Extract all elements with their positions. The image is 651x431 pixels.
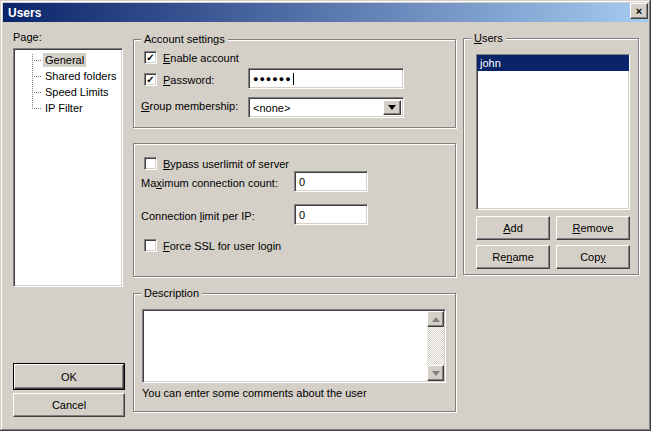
account-settings-title: Account settings — [141, 33, 228, 46]
ok-button[interactable]: OK — [14, 364, 124, 389]
add-button[interactable]: Add — [476, 216, 550, 240]
connection-per-ip-label: Connection limit per IP: — [141, 210, 255, 223]
users-group: Users john Add Remove Rename Copy — [463, 38, 639, 275]
page-tree-item-ip-filter[interactable]: IP Filter — [14, 100, 122, 116]
force-ssl-checkbox[interactable] — [144, 239, 157, 252]
account-settings-group: Account settings ✓ Enable account ✓ Pass… — [133, 39, 456, 128]
text-caret — [293, 73, 294, 85]
force-ssl-label[interactable]: Force SSL for user login — [163, 240, 281, 252]
enable-account-label[interactable]: Enable account — [163, 52, 239, 64]
bypass-userlimit-row: Bypass userlimit of server — [144, 157, 289, 170]
description-scrollbar[interactable] — [427, 311, 444, 381]
bypass-userlimit-label[interactable]: Bypass userlimit of server — [163, 158, 289, 170]
chevron-down-icon[interactable] — [383, 100, 401, 115]
rename-button[interactable]: Rename — [476, 245, 550, 269]
users-group-title: Users — [471, 32, 506, 45]
page-tree-item-general[interactable]: General — [14, 52, 122, 68]
password-label[interactable]: Password: — [163, 74, 214, 86]
title-bar: Users — [3, 3, 648, 22]
max-connection-label: Maximum connection count: — [141, 177, 278, 190]
page-tree-item-shared-folders[interactable]: Shared folders — [14, 68, 122, 84]
max-connection-input[interactable]: 0 — [294, 171, 368, 192]
connection-per-ip-input[interactable]: 0 — [294, 204, 368, 225]
password-checkbox[interactable]: ✓ — [144, 73, 157, 86]
description-group: Description You can enter some comments … — [133, 293, 456, 412]
user-list-item-john[interactable]: john — [477, 55, 629, 71]
enable-account-row: ✓ Enable account — [144, 51, 239, 64]
bypass-userlimit-checkbox[interactable] — [144, 157, 157, 170]
connection-limits-group: Bypass userlimit of server Maximum conne… — [133, 143, 456, 277]
users-dialog: Users × Page: General Shared folders Spe… — [0, 0, 651, 431]
password-row: ✓ Password: — [144, 73, 214, 86]
description-textarea[interactable] — [142, 309, 446, 383]
description-title: Description — [141, 287, 202, 300]
scroll-down-icon[interactable] — [427, 365, 444, 381]
page-tree: General Shared folders Speed Limits IP F… — [13, 48, 123, 287]
password-input[interactable]: ●●●●●● — [248, 68, 404, 89]
scroll-up-icon[interactable] — [427, 311, 444, 327]
users-list: john — [476, 54, 630, 210]
enable-account-checkbox[interactable]: ✓ — [144, 51, 157, 64]
cancel-button[interactable]: Cancel — [13, 393, 125, 417]
window-title: Users — [3, 6, 41, 20]
group-membership-select[interactable]: <none> — [248, 97, 404, 118]
copy-button[interactable]: Copy — [556, 245, 630, 269]
page-label: Page: — [13, 31, 42, 44]
close-icon[interactable]: × — [630, 3, 648, 19]
description-hint: You can enter some comments about the us… — [142, 387, 367, 400]
remove-button[interactable]: Remove — [556, 216, 630, 240]
group-membership-label: Group membership: — [141, 100, 238, 113]
force-ssl-row: Force SSL for user login — [144, 239, 281, 252]
page-tree-item-speed-limits[interactable]: Speed Limits — [14, 84, 122, 100]
